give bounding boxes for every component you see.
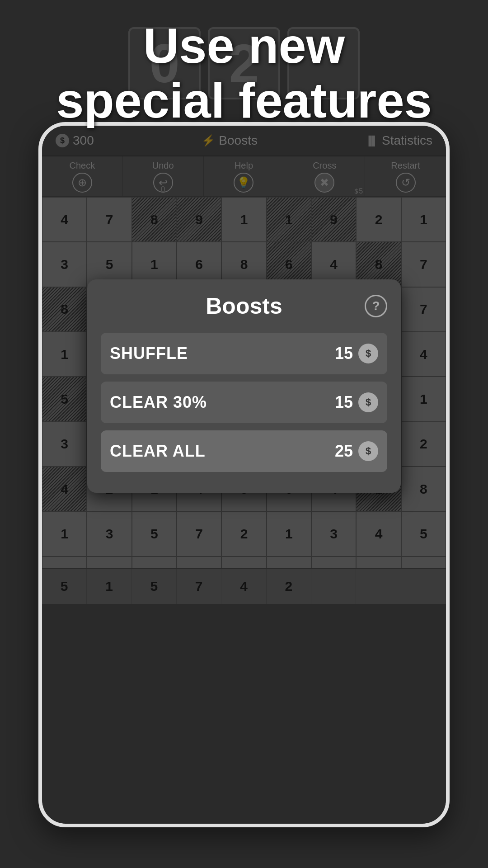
boosts-modal: Boosts ? SHUFFLE 15 $ CLEAR 30% 15 $ CLE… [87,279,401,493]
modal-help-button[interactable]: ? [365,295,387,317]
boost-cost-num: 25 [335,442,353,461]
boost-items-list: SHUFFLE 15 $ CLEAR 30% 15 $ CLEAR ALL 25… [101,333,387,472]
boost-item-clear-all[interactable]: CLEAR ALL 25 $ [101,430,387,472]
boost-item-clear-30%[interactable]: CLEAR 30% 15 $ [101,382,387,423]
boost-coin-icon: $ [358,344,378,363]
boost-cost-num: 15 [335,344,353,363]
boost-name: CLEAR ALL [110,442,206,461]
boost-item-shuffle[interactable]: SHUFFLE 15 $ [101,333,387,374]
boost-name: CLEAR 30% [110,393,207,412]
hero-title: Use new special features [27,18,461,127]
boost-coin-icon: $ [358,392,378,412]
modal-title: Boosts [123,293,365,319]
boost-cost: 15 $ [335,344,378,363]
phone-inner: $ 300 ⚡ Boosts ▐▌ Statistics Check ⊕ Und… [42,126,446,824]
boost-cost: 25 $ [335,441,378,461]
boost-coin-icon: $ [358,441,378,461]
modal-help-icon: ? [372,299,380,313]
boost-cost: 15 $ [335,392,378,412]
phone-frame: $ 300 ⚡ Boosts ▐▌ Statistics Check ⊕ Und… [38,122,450,827]
boost-name: SHUFFLE [110,344,188,363]
modal-header: Boosts ? [101,293,387,319]
boost-cost-num: 15 [335,393,353,412]
hero-section: Use new special features [0,18,488,127]
